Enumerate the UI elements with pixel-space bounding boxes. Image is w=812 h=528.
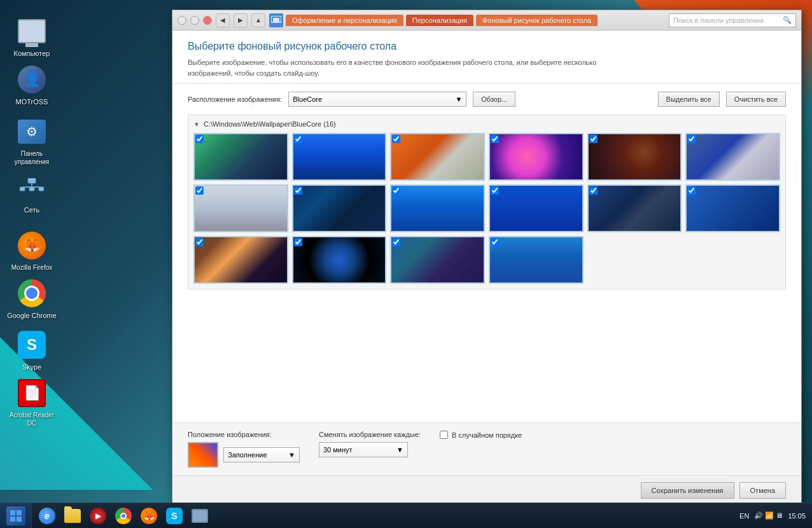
media-icon: ▶ — [90, 508, 106, 524]
forward-button[interactable]: ▶ — [234, 13, 248, 27]
desktop-icon-control-panel[interactable]: ⚙ Панель управления — [6, 116, 57, 166]
wallpaper-item-14[interactable] — [292, 236, 387, 284]
position-label: Положение изображения: — [188, 431, 300, 438]
taskbar-icon-folder[interactable] — [60, 504, 85, 528]
system-tray-icons: 🔊 📶 🖥 — [754, 511, 783, 520]
taskbar-firefox-icon: 🦊 — [141, 508, 157, 524]
collapse-arrow-icon[interactable]: ▼ — [193, 121, 200, 128]
user-icon: 👤 — [18, 66, 46, 94]
taskbar: e ▶ 🦊 S — [0, 503, 812, 528]
footer-buttons: Сохранить изменения Отмена — [172, 475, 801, 505]
wallpaper-checkbox-6[interactable] — [687, 135, 696, 143]
position-select[interactable]: Заполнение ▼ — [223, 447, 300, 462]
wallpaper-checkbox-9[interactable] — [392, 186, 400, 195]
random-checkbox[interactable] — [440, 431, 448, 439]
breadcrumb-tab-wallpaper[interactable]: Фоновый рисунок рабочего стола — [476, 15, 598, 26]
location-value: BlueCore — [293, 95, 322, 103]
wallpaper-checkbox-10[interactable] — [491, 186, 499, 195]
breadcrumb-tabs: Оформление и персонализация Персонализац… — [269, 13, 665, 27]
wallpaper-item-3[interactable] — [390, 133, 485, 181]
interval-value: 30 минут — [323, 446, 353, 454]
taskbar-icon-media[interactable]: ▶ — [86, 504, 110, 528]
wallpaper-item-5[interactable] — [587, 133, 682, 181]
wallpaper-thumb-6 — [685, 133, 780, 181]
desktop-icon-acrobat[interactable]: 📄 Acrobat Reader DC — [6, 378, 57, 427]
wallpaper-checkbox-5[interactable] — [589, 135, 598, 143]
desktop-icon-chrome[interactable]: Google Chrome — [6, 278, 57, 320]
svg-rect-10 — [17, 510, 22, 515]
wallpaper-item-12[interactable] — [685, 184, 780, 232]
wallpaper-thumb-11 — [587, 184, 682, 232]
wallpaper-item-6[interactable] — [685, 133, 780, 181]
taskbar-icon-skype[interactable]: S — [162, 504, 186, 528]
back-button[interactable]: ◀ — [216, 13, 230, 27]
wallpaper-item-7[interactable] — [193, 184, 288, 232]
taskbar-icon-ie[interactable]: e — [35, 504, 59, 528]
wallpaper-checkbox-7[interactable] — [195, 186, 204, 195]
svg-rect-11 — [10, 517, 15, 522]
wallpaper-checkbox-14[interactable] — [294, 238, 302, 246]
time-display: 15:05 — [788, 512, 806, 520]
wallpaper-checkbox-3[interactable] — [392, 135, 400, 143]
wallpaper-checkbox-4[interactable] — [491, 135, 499, 143]
up-button[interactable]: ▲ — [251, 13, 265, 27]
wallpaper-item-15[interactable] — [390, 236, 485, 284]
wallpaper-thumb-2 — [292, 133, 387, 181]
desktop-icon-skype[interactable]: S Skype — [6, 330, 57, 372]
wallpaper-checkbox-8[interactable] — [294, 186, 302, 195]
desktop-icon-motrss[interactable]: 👤 MOTrOSS — [6, 64, 57, 106]
breadcrumb-tab-personalization[interactable]: Персонализация — [406, 15, 473, 26]
svg-rect-5 — [29, 187, 34, 191]
start-button[interactable] — [0, 503, 32, 529]
wallpaper-checkbox-15[interactable] — [392, 238, 400, 246]
window-titlebar: ◀ ▶ ▲ Оформление и персонализация Персон… — [172, 10, 801, 31]
skype-icon-label: Skype — [22, 363, 42, 372]
wallpaper-item-2[interactable] — [292, 133, 387, 181]
random-label-text: В случайном порядке — [452, 431, 522, 439]
breadcrumb-tab-appearance[interactable]: Оформление и персонализация — [286, 15, 403, 26]
close-button[interactable] — [203, 16, 212, 25]
wallpaper-item-13[interactable] — [193, 236, 288, 284]
wallpaper-item-10[interactable] — [489, 184, 584, 232]
taskbar-icon-chrome[interactable] — [111, 504, 136, 528]
interval-select[interactable]: 30 минут ▼ — [319, 442, 408, 457]
random-label[interactable]: В случайном порядке — [440, 431, 522, 439]
wallpaper-item-16[interactable] — [489, 236, 584, 284]
wallpaper-checkbox-11[interactable] — [589, 186, 598, 195]
wallpaper-checkbox-16[interactable] — [491, 238, 499, 246]
taskbar-time: 15:05 — [788, 512, 806, 520]
content-body: Расположение изображения: BlueCore ▼ Обз… — [172, 84, 801, 422]
wallpaper-checkbox-2[interactable] — [294, 135, 302, 143]
desktop-icon-network[interactable]: Сеть — [6, 172, 57, 214]
wallpaper-item-4[interactable] — [489, 133, 584, 181]
taskbar-icon-firefox[interactable]: 🦊 — [137, 504, 161, 528]
interval-label: Сменять изображение каждые: — [319, 431, 421, 438]
wallpaper-item-1[interactable] — [193, 133, 288, 181]
wallpaper-checkbox-13[interactable] — [195, 238, 204, 246]
taskbar-icon-monitor[interactable] — [188, 504, 212, 528]
svg-rect-9 — [10, 510, 15, 515]
desktop-icon-computer[interactable]: Компьютер — [6, 16, 57, 58]
desktop-icon-firefox[interactable]: 🦊 Mozilla Firefox — [6, 230, 57, 272]
skype-icon: S — [18, 331, 46, 359]
position-row: Положение изображения: Заполнение ▼ Смен… — [188, 431, 786, 468]
browse-button[interactable]: Обзор... — [473, 92, 515, 107]
search-box[interactable]: Поиск в панели управления 🔍 — [669, 13, 796, 27]
location-select[interactable]: BlueCore ▼ — [288, 92, 466, 107]
wallpaper-item-8[interactable] — [292, 184, 387, 232]
taskbar-right: EN 🔊 📶 🖥 15:05 — [739, 511, 812, 520]
wallpaper-checkbox-12[interactable] — [687, 186, 696, 195]
wallpaper-checkbox-1[interactable] — [195, 135, 204, 143]
wallpaper-item-11[interactable] — [587, 184, 682, 232]
cancel-button[interactable]: Отмена — [739, 482, 786, 499]
clear-all-button[interactable]: Очистить все — [726, 92, 786, 107]
select-all-button[interactable]: Выделить все — [658, 92, 720, 107]
svg-rect-6 — [39, 187, 44, 191]
main-window: ◀ ▶ ▲ Оформление и персонализация Персон… — [172, 10, 802, 506]
wallpaper-item-9[interactable] — [390, 184, 485, 232]
computer-icon-label: Компьютер — [14, 49, 50, 58]
minimize-button[interactable] — [178, 16, 186, 25]
control-panel-icon: ⚙ — [18, 120, 46, 144]
save-button[interactable]: Сохранить изменения — [641, 482, 734, 499]
maximize-button[interactable] — [190, 16, 199, 25]
